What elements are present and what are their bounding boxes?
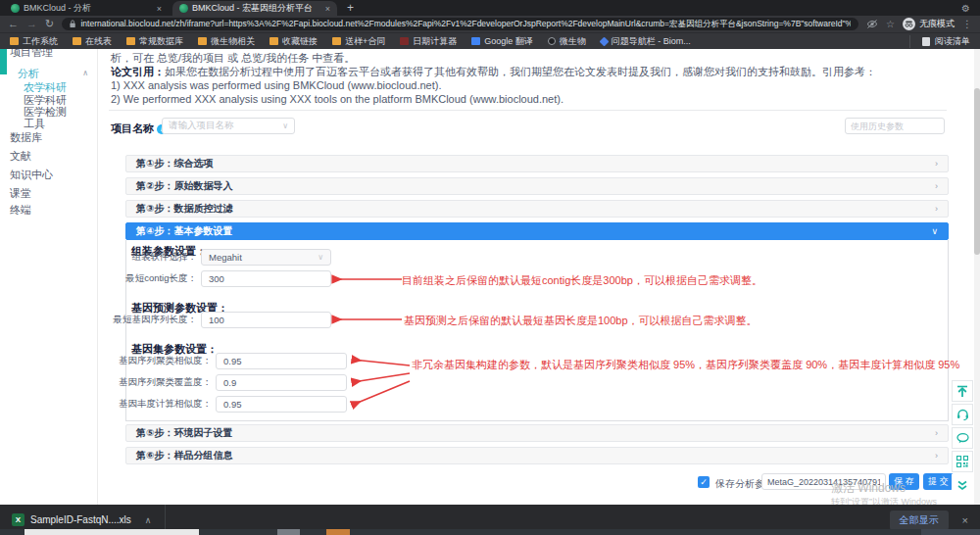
cluster-identity-input[interactable]: 0.95 xyxy=(216,353,347,369)
feedback-chat-button[interactable] xyxy=(952,427,973,449)
page-scrollbar-thumb[interactable] xyxy=(974,88,980,255)
citation-ref-1: 1) XXX analysis was performed using BMKC… xyxy=(111,79,441,91)
chevron-right-icon: › xyxy=(935,204,938,214)
cluster-coverage-label: 基因序列聚类覆盖度： xyxy=(111,376,212,389)
chevron-down-icon: ∨ xyxy=(282,122,288,130)
collapse-toolbar-button[interactable] xyxy=(952,474,973,496)
step-1-header[interactable]: 第①步：综合选项› xyxy=(125,155,949,172)
sidebar-item-project-management[interactable]: 项目管理 xyxy=(10,49,53,60)
show-all-downloads-button[interactable]: 全部显示 xyxy=(890,511,949,530)
bookmarks-bar: 工作系统 在线表 常规数据库 微生物相关 收藏链接 送样+合同 日期计算器 Go… xyxy=(0,32,980,49)
min-contig-row: 最短contig长度： 300 xyxy=(111,270,331,287)
eye-off-icon[interactable] xyxy=(866,20,878,28)
kebab-menu-icon[interactable]: ⋮ xyxy=(962,20,972,29)
bookmark-folder[interactable]: 微生物相关 xyxy=(198,35,255,48)
assembly-software-label: 组装软件选择： xyxy=(111,251,197,264)
excel-file-icon: X xyxy=(12,513,24,526)
citation-line: 论文引用：如果您在数据分析过程中使用了百迈客云平台或者获得了其他有效帮助，我们期… xyxy=(111,65,876,79)
step-2-header[interactable]: 第②步：原始数据导入› xyxy=(125,177,949,195)
translate-icon xyxy=(471,37,480,45)
step-4-panel xyxy=(125,240,949,421)
citation-ref-2: 2) We performed XXX analysis using XXX t… xyxy=(111,93,564,105)
tab-close-icon[interactable]: × xyxy=(325,4,330,14)
sidebar-item-database[interactable]: 数据库 xyxy=(10,130,42,145)
step-4-header[interactable]: 第④步：基本参数设置∨ xyxy=(125,222,949,240)
close-download-bar-icon[interactable]: × xyxy=(962,514,968,526)
double-chevron-down-icon xyxy=(956,480,968,491)
cluster-coverage-input[interactable]: 0.9 xyxy=(216,374,347,391)
step-3-header[interactable]: 第③步：数据质控过滤› xyxy=(125,200,949,218)
min-gene-label: 最短基因序列长度： xyxy=(111,314,197,326)
forward-icon[interactable]: → xyxy=(26,19,37,29)
sidebar-item-knowledge[interactable]: 知识中心 xyxy=(10,168,53,182)
bookmark-folder[interactable]: 在线表 xyxy=(73,35,112,48)
cluster-identity-row: 基因序列聚类相似度： 0.95 xyxy=(111,353,347,369)
chevron-right-icon: › xyxy=(935,159,938,169)
sidebar-group-analysis[interactable]: 分析 xyxy=(18,67,39,81)
min-gene-input[interactable]: 100 xyxy=(201,312,331,328)
windows-watermark-line1: 激活 Windows xyxy=(831,480,906,497)
incognito-indicator: 无痕模式 xyxy=(903,18,955,30)
abundance-identity-label: 基因丰度计算相似度： xyxy=(111,398,212,411)
sidebar-item-terminal[interactable]: 终端 xyxy=(10,203,31,218)
site-icon xyxy=(400,37,409,45)
sidebar-item-tools[interactable]: 工具 xyxy=(24,117,45,131)
browser-tab-metagenome[interactable]: BMKCloud - 宏基因组分析平台 × xyxy=(172,1,337,16)
screen: BMKCloud - 分析 × BMKCloud - 宏基因组分析平台 × + … xyxy=(0,0,980,535)
back-icon[interactable]: ← xyxy=(8,19,19,29)
step-5-header[interactable]: 第⑤步：环境因子设置› xyxy=(125,424,949,442)
cluster-identity-label: 基因序列聚类相似度： xyxy=(111,355,212,367)
folder-icon xyxy=(10,37,19,45)
bookmark-star-icon[interactable]: ☆ xyxy=(886,20,895,29)
save-params-checkbox[interactable]: ✓ xyxy=(698,476,710,488)
browser-toolbar: ← → ↻ international.biocloud.net/zh/ifra… xyxy=(0,16,980,32)
customer-service-button[interactable] xyxy=(952,404,973,425)
tab-close-icon[interactable]: × xyxy=(157,4,162,14)
cluster-coverage-row: 基因序列聚类覆盖度： 0.9 xyxy=(111,374,347,391)
bookmark-site[interactable]: 问题导航栏 - Biom... xyxy=(601,35,691,48)
qr-code-button[interactable] xyxy=(952,451,973,472)
project-name-select[interactable]: 请输入项目名称 ∨ xyxy=(162,118,295,134)
chat-bubble-icon xyxy=(956,433,969,444)
bookmark-folder[interactable]: 常规数据库 xyxy=(126,35,183,48)
diamond-icon xyxy=(599,36,609,46)
address-bar[interactable]: international.biocloud.net/zh/iframe?url… xyxy=(62,18,858,30)
folder-icon xyxy=(73,37,81,45)
bookmark-folder[interactable]: 送样+合同 xyxy=(332,35,385,48)
taskbar-app-block xyxy=(921,529,980,535)
main-content: 析，可在 总览/我的项目 或 总览/我的任务 中查看。 论文引用：如果您在数据分… xyxy=(99,49,980,505)
back-to-top-button[interactable] xyxy=(952,380,973,402)
bookmark-folder[interactable]: 工作系统 xyxy=(10,35,58,48)
reading-list-icon xyxy=(922,37,930,46)
sidebar-item-classroom[interactable]: 课堂 xyxy=(10,186,31,201)
bmkcloud-favicon-icon xyxy=(11,4,20,13)
globe-icon xyxy=(548,37,556,45)
new-tab-button[interactable]: + xyxy=(347,2,354,14)
bookmark-site[interactable]: 日期计算器 xyxy=(400,35,457,48)
gear-icon[interactable]: ⚙ xyxy=(961,3,970,14)
bookmark-site[interactable]: 微生物 xyxy=(548,35,586,48)
download-bar-actions: 全部显示 × xyxy=(890,511,968,530)
reading-list-button[interactable]: 阅读清单 xyxy=(909,35,970,48)
min-contig-input[interactable]: 300 xyxy=(201,270,331,287)
abundance-identity-input[interactable]: 0.95 xyxy=(216,396,347,413)
bookmark-site[interactable]: Google 翻译 xyxy=(471,35,533,48)
downloaded-file-chip[interactable]: X SampleID-FastqN....xls ∧ xyxy=(12,513,151,526)
reload-icon[interactable]: ↻ xyxy=(45,19,54,29)
sidebar-item-literature[interactable]: 文献 xyxy=(10,149,31,164)
bookmark-folder[interactable]: 收藏链接 xyxy=(270,35,318,48)
tab-title: BMKCloud - 分析 xyxy=(24,2,153,15)
chevron-up-icon[interactable]: ∧ xyxy=(145,515,152,525)
page-scrollbar-track xyxy=(974,49,980,505)
project-name-placeholder: 请输入项目名称 xyxy=(169,120,234,132)
browser-tab-analysis[interactable]: BMKCloud - 分析 × xyxy=(4,1,169,16)
bmkcloud-page: 项目管理 分析 ∧ 农学科研 医学科研 医学检测 工具 数据库 文献 知识中心 … xyxy=(0,49,980,505)
chevron-right-icon: › xyxy=(935,428,938,438)
step-6-header[interactable]: 第⑥步：样品分组信息› xyxy=(125,447,949,464)
history-params-input[interactable] xyxy=(845,118,945,134)
assembly-software-select[interactable]: Megahit ∨ xyxy=(201,249,331,266)
submit-button[interactable]: 提 交 xyxy=(923,473,954,490)
divider xyxy=(109,110,947,111)
folder-icon xyxy=(126,37,135,45)
taskbar-window-preview xyxy=(24,529,199,535)
